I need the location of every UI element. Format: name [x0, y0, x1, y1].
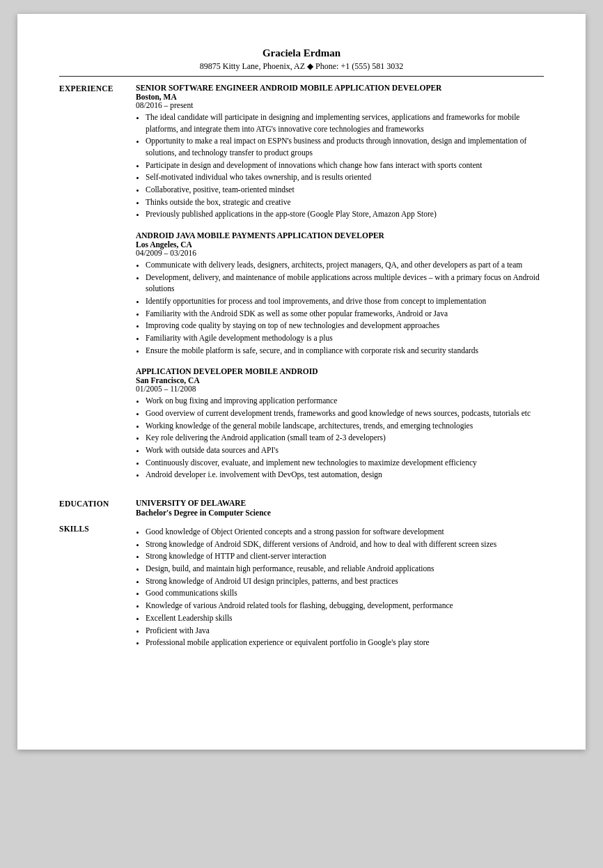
skills-list: Good knowledge of Object Oriented concep… [146, 526, 544, 649]
bullet-item: Communicate with delivery leads, designe… [146, 259, 544, 271]
contact-info: 89875 Kitty Lane, Phoenix, AZ ◆ Phone: +… [59, 61, 544, 72]
bullet-item: Opportunity to make a real impact on ESP… [146, 135, 544, 158]
bullet-item: Familiarity with the Android SDK as well… [146, 308, 544, 320]
job-3-bullets: Work on bug fixing and improving applica… [146, 395, 544, 481]
bullet-item: Key role delivering the Android applicat… [146, 432, 544, 444]
degree-name: Bachelor's Degree in Computer Science [136, 509, 544, 517]
bullet-item: Ensure the mobile platform is safe, secu… [146, 345, 544, 357]
experience-section: EXPERIENCE SENIOR SOFTWARE ENGINEER ANDR… [59, 84, 544, 492]
job-1: SENIOR SOFTWARE ENGINEER ANDROID MOBILE … [136, 84, 544, 220]
skill-item: Good knowledge of Object Oriented concep… [146, 526, 544, 538]
job-2: ANDROID JAVA MOBILE PAYMENTS APPLICATION… [136, 231, 544, 356]
bullet-item: Work on bug fixing and improving applica… [146, 395, 544, 407]
job-2-title: ANDROID JAVA MOBILE PAYMENTS APPLICATION… [136, 231, 544, 240]
job-3-location: San Francisco, CA [136, 376, 544, 385]
skill-item: Design, build, and maintain high perform… [146, 563, 544, 575]
bullet-item: The ideal candidate will participate in … [146, 111, 544, 134]
bullet-item: Development, delivery, and maintenance o… [146, 272, 544, 295]
job-1-location: Boston, MA [136, 93, 544, 101]
skill-item: Excellent Leadership skills [146, 612, 544, 624]
bullet-item: Participate in design and development of… [146, 160, 544, 171]
job-1-title: SENIOR SOFTWARE ENGINEER ANDROID MOBILE … [136, 84, 544, 92]
job-3-title: APPLICATION DEVELOPER MOBILE ANDROID [136, 367, 544, 375]
resume-header: Graciela Erdman 89875 Kitty Lane, Phoeni… [59, 47, 544, 72]
job-3: APPLICATION DEVELOPER MOBILE ANDROID San… [136, 367, 544, 481]
skill-item: Professional mobile application experien… [146, 637, 544, 649]
bullet-item: Good overview of current development tre… [146, 408, 544, 419]
job-1-dates: 08/2016 – present [136, 101, 544, 109]
skills-section: SKILLS Good knowledge of Object Oriented… [59, 524, 544, 649]
bullet-item: Identify opportunities for process and t… [146, 295, 544, 307]
skill-item: Knowledge of various Android related too… [146, 600, 544, 612]
bullet-item: Working knowledge of the general mobile … [146, 420, 544, 432]
skill-item: Strong knowledge of HTTP and client-serv… [146, 550, 544, 562]
applicant-name: Graciela Erdman [59, 47, 544, 59]
job-2-dates: 04/2009 – 03/2016 [136, 249, 544, 257]
bullet-item: Self-motivated individual who takes owne… [146, 171, 544, 183]
phone: Phone: +1 (555) 581 3032 [315, 61, 403, 71]
bullet-item: Work with outside data sources and API's [146, 444, 544, 456]
address: 89875 Kitty Lane, Phoenix, AZ [200, 61, 305, 71]
bullet-item: Previously published applications in the… [146, 208, 544, 220]
skills-content: Good knowledge of Object Oriented concep… [136, 524, 544, 649]
bullet-item: Familiarity with Agile development metho… [146, 332, 544, 344]
diamond-separator: ◆ [307, 61, 313, 71]
job-2-location: Los Angeles, CA [136, 240, 544, 249]
university-name: UNIVERSITY OF DELAWARE [136, 499, 544, 507]
skill-item: Proficient with Java [146, 625, 544, 637]
experience-content: SENIOR SOFTWARE ENGINEER ANDROID MOBILE … [136, 84, 544, 492]
resume-page: Graciela Erdman 89875 Kitty Lane, Phoeni… [17, 14, 586, 750]
education-label: EDUCATION [59, 499, 136, 508]
header-divider [59, 76, 544, 77]
bullet-item: Continuously discover, evaluate, and imp… [146, 457, 544, 469]
skill-item: Strong knowledge of Android SDK, differe… [146, 538, 544, 550]
bullet-item: Android developer i.e. involvement with … [146, 469, 544, 481]
experience-label: EXPERIENCE [59, 84, 136, 93]
education-content: UNIVERSITY OF DELAWARE Bachelor's Degree… [136, 499, 544, 517]
bullet-item: Improving code quality by staying on top… [146, 320, 544, 332]
skills-label: SKILLS [59, 524, 136, 533]
bullet-item: Thinks outside the box, strategic and cr… [146, 196, 544, 208]
job-1-bullets: The ideal candidate will participate in … [146, 111, 544, 220]
job-2-bullets: Communicate with delivery leads, designe… [146, 259, 544, 356]
education-section: EDUCATION UNIVERSITY OF DELAWARE Bachelo… [59, 499, 544, 517]
skill-item: Strong knowledge of Android UI design pr… [146, 575, 544, 587]
bullet-item: Collaborative, positive, team-oriented m… [146, 184, 544, 196]
job-3-dates: 01/2005 – 11/2008 [136, 385, 544, 393]
skill-item: Good communications skills [146, 587, 544, 599]
